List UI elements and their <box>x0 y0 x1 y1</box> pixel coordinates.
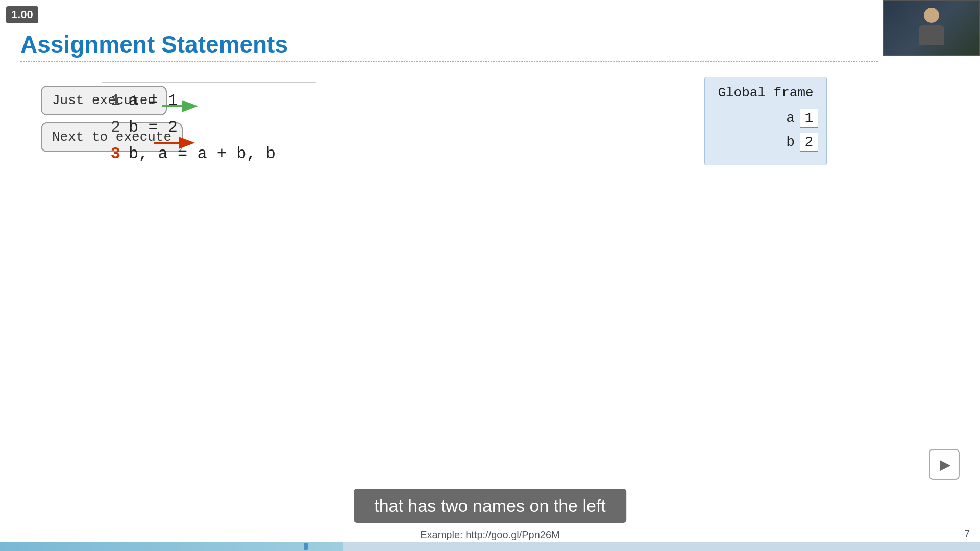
frame-val-b: 2 <box>800 133 818 152</box>
code-text-1: a = 1 <box>129 88 178 114</box>
code-lines: 1 a = 1 2 b = 2 3 b, a = a + b, b <box>102 82 316 167</box>
slide-title: Assignment Statements <box>20 31 288 58</box>
code-text-3: b, a = a + b, b <box>129 141 276 167</box>
line-number-3: 3 <box>102 141 120 167</box>
example-link: Example: http://goo.gl/Ppn26M <box>420 529 560 541</box>
code-line-3: 3 b, a = a + b, b <box>102 141 316 167</box>
timeline[interactable] <box>0 542 980 551</box>
code-line-2: 2 b = 2 <box>102 114 316 141</box>
title-divider <box>20 61 878 62</box>
global-frame: Global frame a 1 b 2 <box>704 77 827 165</box>
webcam-feed <box>884 1 979 55</box>
main-content: Just executed Next to execute 1 a = 1 <box>20 71 868 500</box>
frame-var-a: a <box>786 110 795 126</box>
global-frame-title: Global frame <box>713 85 818 101</box>
speed-badge: 1.00 <box>6 6 38 23</box>
webcam-overlay <box>883 0 980 56</box>
code-line-1: 1 a = 1 <box>102 88 316 114</box>
line-number-1: 1 <box>102 88 120 114</box>
play-icon: ▶ <box>940 456 951 473</box>
frame-row-a: a 1 <box>713 109 818 128</box>
page-number: 7 <box>964 528 970 540</box>
frame-var-b: b <box>786 134 795 150</box>
play-button[interactable]: ▶ <box>929 449 960 480</box>
person-head <box>924 8 939 23</box>
timeline-marker <box>304 543 308 550</box>
frame-val-a: 1 <box>800 109 818 128</box>
code-text-2: b = 2 <box>129 114 178 141</box>
caption-bar: that has two names on the left <box>354 489 626 523</box>
code-panel: 1 a = 1 2 b = 2 3 b, a = a + b, b <box>102 82 316 167</box>
person-body <box>919 25 944 45</box>
frame-row-b: b 2 <box>713 133 818 152</box>
line-number-2: 2 <box>102 114 120 141</box>
person-silhouette <box>916 8 947 48</box>
timeline-progress <box>0 542 343 551</box>
